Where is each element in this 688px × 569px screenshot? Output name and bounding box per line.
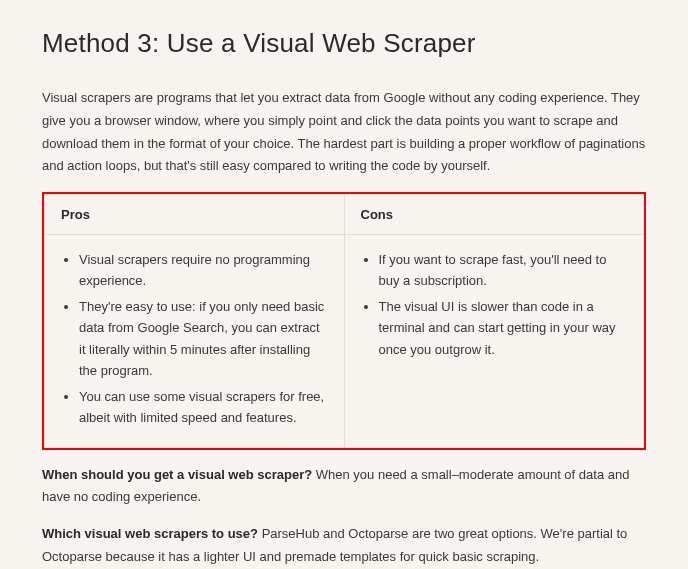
cons-header: Cons — [344, 195, 644, 235]
when-paragraph: When should you get a visual web scraper… — [42, 464, 646, 510]
pros-cons-table-wrap: Pros Cons Visual scrapers require no pro… — [42, 192, 646, 450]
list-item: They're easy to use: if you only need ba… — [79, 296, 328, 382]
list-item: Visual scrapers require no programming e… — [79, 249, 328, 292]
list-item: The visual UI is slower than code in a t… — [379, 296, 628, 360]
list-item: You can use some visual scrapers for fre… — [79, 386, 328, 429]
pros-cons-table: Pros Cons Visual scrapers require no pro… — [44, 194, 644, 448]
method-heading: Method 3: Use a Visual Web Scraper — [42, 28, 646, 59]
list-item: If you want to scrape fast, you'll need … — [379, 249, 628, 292]
when-lead: When should you get a visual web scraper… — [42, 467, 312, 482]
pros-header: Pros — [45, 195, 345, 235]
pros-cell: Visual scrapers require no programming e… — [45, 235, 345, 448]
which-lead: Which visual web scrapers to use? — [42, 526, 258, 541]
which-paragraph: Which visual web scrapers to use? ParseH… — [42, 523, 646, 569]
intro-paragraph: Visual scrapers are programs that let yo… — [42, 87, 646, 178]
cons-cell: If you want to scrape fast, you'll need … — [344, 235, 644, 448]
